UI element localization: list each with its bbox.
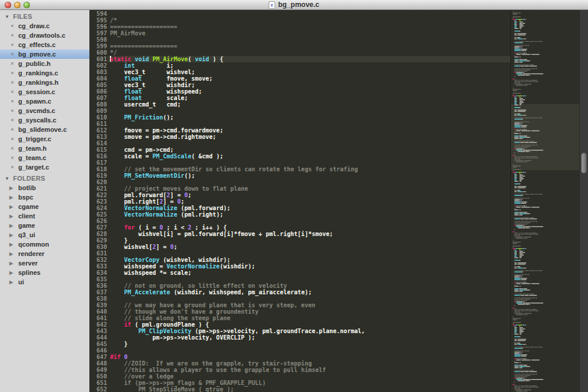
code-line[interactable]: 627 for ( i = 0 ; i < 2 ; i++ ) { — [89, 224, 510, 231]
close-file-icon[interactable]: × — [10, 32, 15, 38]
sidebar-file-item[interactable]: ×g_syscalls.c — [0, 115, 89, 125]
minimap[interactable] — [510, 10, 579, 392]
code-line[interactable]: 649 //this allows a player to use the gr… — [89, 367, 510, 373]
close-file-icon[interactable]: × — [10, 145, 15, 151]
code-line[interactable]: 625 VectorNormalize (pml.right); — [89, 211, 510, 218]
sidebar-file-item[interactable]: ×g_team.c — [0, 153, 89, 162]
close-file-icon[interactable]: × — [10, 42, 15, 48]
code-line[interactable]: 620 — [89, 179, 510, 185]
sidebar-file-item[interactable]: ×g_team.h — [0, 144, 89, 153]
sidebar-file-item[interactable]: ×g_trigger.c — [0, 134, 89, 144]
code-line[interactable]: 601static void PM_AirMove( void ) { — [89, 56, 510, 62]
code-line[interactable]: 598 — [89, 36, 510, 43]
code-line[interactable]: 622 pml.forward[2] = 0; — [89, 192, 510, 198]
code-line[interactable]: 645 } — [89, 341, 510, 347]
code-line[interactable]: 623 pml.right[2] = 0; — [89, 198, 510, 205]
code-line[interactable]: 610 PM_Friction(); — [89, 114, 510, 121]
close-file-icon[interactable]: × — [10, 98, 15, 104]
sidebar-folder-item[interactable]: ▶cgame — [0, 202, 89, 211]
sidebar-file-item[interactable]: ×g_spawn.c — [0, 97, 89, 106]
sidebar-folder-item[interactable]: ▶qcommon — [0, 240, 89, 249]
code-line[interactable]: 607 float scale; — [89, 95, 510, 101]
close-icon[interactable] — [5, 2, 11, 8]
code-line[interactable]: 631 — [89, 250, 510, 257]
code-line[interactable]: 613 smove = pm->cmd.rightmove; — [89, 134, 510, 140]
vertical-scrollbar-track[interactable] — [579, 10, 588, 392]
zoom-icon[interactable] — [24, 2, 30, 8]
sidebar-file-item[interactable]: ×g_public.h — [0, 59, 89, 68]
sidebar-folder-item[interactable]: ▶ui — [0, 277, 89, 287]
code-line[interactable]: 611 — [89, 121, 510, 127]
close-file-icon[interactable]: × — [10, 164, 15, 170]
code-line[interactable]: 643 PM_ClipVelocity (pm->ps->velocity, p… — [89, 328, 510, 334]
code-line[interactable]: 630 wishvel[2] = 0; — [89, 244, 510, 250]
close-file-icon[interactable]: × — [10, 61, 15, 67]
sidebar-folder-item[interactable]: ▶client — [0, 211, 89, 221]
sidebar-file-item[interactable]: ×cg_draw.c — [0, 21, 89, 31]
close-file-icon[interactable]: × — [10, 136, 15, 142]
code-line[interactable]: 629 } — [89, 237, 510, 244]
code-line[interactable]: 599=================== — [89, 43, 510, 49]
code-line[interactable]: 608 usercmd_t cmd; — [89, 101, 510, 108]
close-file-icon[interactable]: × — [10, 23, 15, 29]
sidebar-folder-item[interactable]: ▶splines — [0, 268, 89, 277]
close-file-icon[interactable]: × — [10, 155, 15, 161]
minimize-icon[interactable] — [14, 2, 21, 8]
close-file-icon[interactable]: × — [10, 79, 15, 85]
sidebar-file-item[interactable]: ×g_rankings.h — [0, 78, 89, 87]
code-line[interactable]: 603 vec3_t wishvel; — [89, 69, 510, 75]
files-section-header[interactable]: ▼ FILES — [0, 12, 89, 21]
code-line[interactable]: 624 VectorNormalize (pml.forward); — [89, 205, 510, 211]
code-line[interactable]: 602 int i; — [89, 62, 510, 69]
code-line[interactable]: 646 — [89, 347, 510, 354]
code-line[interactable]: 595/* — [89, 17, 510, 24]
sidebar-file-item[interactable]: ×bg_pmove.c — [0, 49, 89, 59]
close-file-icon[interactable]: × — [10, 89, 15, 95]
folders-section-header[interactable]: ▼ FOLDERS — [0, 174, 89, 183]
sidebar-file-item[interactable]: ×g_svcmds.c — [0, 106, 89, 115]
code-line[interactable]: 605 vec3_t wishdir; — [89, 82, 510, 88]
sidebar-folder-item[interactable]: ▶botlib — [0, 183, 89, 192]
code-line[interactable]: 604 float fmove, smove; — [89, 75, 510, 82]
code-line[interactable]: 637 PM_Accelerate (wishdir, wishspeed, p… — [89, 289, 510, 295]
code-line[interactable]: 600*/ — [89, 49, 510, 56]
code-line[interactable]: 650 //over a ledge — [89, 373, 510, 380]
code-line[interactable]: 596=================== — [89, 24, 510, 30]
code-line[interactable]: 621 // project moves down to flat plane — [89, 185, 510, 192]
code-line[interactable]: 615 cmd = pm->cmd; — [89, 147, 510, 153]
code-line[interactable]: 628 wishvel[i] = pml.forward[i]*fmove + … — [89, 231, 510, 237]
close-file-icon[interactable]: × — [10, 127, 15, 132]
sidebar-folder-item[interactable]: ▶renderer — [0, 249, 89, 258]
sidebar-file-item[interactable]: ×g_target.c — [0, 162, 89, 172]
sidebar-folder-item[interactable]: ▶game — [0, 221, 89, 230]
code-line[interactable]: 619 PM_SetMovementDir(); — [89, 172, 510, 179]
code-line[interactable]: 612 fmove = pm->cmd.forwardmove; — [89, 127, 510, 134]
code-line[interactable]: 634 wishspeed *= scale; — [89, 270, 510, 276]
code-line[interactable]: 640 // though we don't have a groundenti… — [89, 308, 510, 315]
sidebar-file-item[interactable]: ×g_session.c — [0, 87, 89, 97]
code-line[interactable]: 641 // slide along the steep plane — [89, 315, 510, 321]
code-line[interactable]: 644 pm->ps->velocity, OVERCLIP ); — [89, 334, 510, 341]
close-file-icon[interactable]: × — [10, 108, 15, 114]
code-line[interactable]: 609 — [89, 108, 510, 114]
sidebar-folder-item[interactable]: ▶q3_ui — [0, 230, 89, 240]
code-line[interactable]: 594 — [89, 11, 510, 17]
code-line[interactable]: 606 float wishspeed; — [89, 88, 510, 95]
sidebar-file-item[interactable]: ×bg_slidemove.c — [0, 125, 89, 134]
close-file-icon[interactable]: × — [10, 117, 15, 123]
code-line[interactable]: 652 PM_StepSlideMove ( qtrue ); — [89, 386, 510, 392]
code-line[interactable]: 626 — [89, 218, 510, 224]
code-line[interactable]: 614 — [89, 140, 510, 147]
sidebar-file-item[interactable]: ×g_rankings.c — [0, 68, 89, 78]
code-line[interactable]: 597PM_AirMove — [89, 30, 510, 36]
sidebar-file-item[interactable]: ×cg_effects.c — [0, 40, 89, 49]
code-line[interactable]: 651 if (pm->ps->pm_flags & PMF_GRAPPLE_P… — [89, 380, 510, 386]
code-line[interactable]: 638 — [89, 295, 510, 302]
close-file-icon[interactable]: × — [10, 51, 15, 57]
close-file-icon[interactable]: × — [10, 70, 15, 76]
code-line[interactable]: 647#if 0 — [89, 354, 510, 360]
code-line[interactable]: 618 // set the movementDir so clients ca… — [89, 166, 510, 172]
code-line[interactable]: 639 // we may have a ground plane that i… — [89, 302, 510, 308]
sidebar-folder-item[interactable]: ▶bspc — [0, 192, 89, 202]
code-line[interactable]: 617 — [89, 160, 510, 166]
